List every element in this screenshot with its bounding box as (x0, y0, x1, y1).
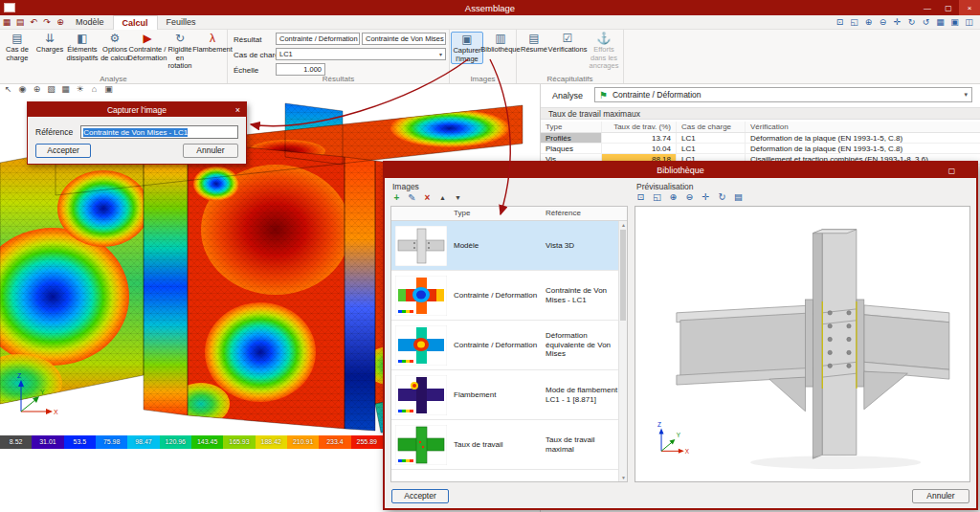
library-row-flambement[interactable]: Flambement Mode de flambement - LC1 - 1 … (391, 370, 627, 420)
capture-dialog-titlebar: Capturer l'image × (28, 102, 246, 117)
search-icon[interactable]: ⊕ (54, 17, 67, 27)
elements-dissipatifs-button[interactable]: ◧ Éléments dissipatifs (66, 32, 99, 62)
maximize-icon[interactable]: ▢ (944, 163, 960, 178)
zoom-out-icon[interactable]: ⊖ (683, 191, 696, 202)
fullscreen-icon[interactable]: ▣ (947, 17, 962, 27)
library-icon: ▥ (495, 32, 505, 46)
render-icon[interactable]: ☀ (74, 84, 86, 96)
close-button[interactable]: × (959, 0, 980, 15)
camera-icon[interactable]: ▣ (102, 84, 115, 96)
zoom-in-icon[interactable]: ⊕ (861, 17, 876, 27)
previous-view-icon[interactable]: ↺ (919, 17, 933, 27)
pan-icon[interactable]: ✛ (890, 17, 904, 27)
zoom-out-icon[interactable]: ⊖ (876, 17, 890, 27)
scroll-down-icon[interactable]: ▼ (619, 475, 628, 480)
tab-calcul[interactable]: Calcul (113, 15, 158, 30)
reference-label: Référence (35, 127, 73, 137)
zoom-extents-icon[interactable]: ⊡ (833, 17, 847, 27)
analysis-type-select[interactable]: ⚑ Contrainte / Déformation ▾ (594, 87, 972, 102)
ribbon-group-images: ▣ Capturer l'image ▥ Bibliothèque Images (450, 30, 517, 83)
group-label-images: Images (450, 75, 516, 83)
tab-feuilles[interactable]: Feuilles (158, 15, 205, 30)
zoom-window-icon[interactable]: ◱ (847, 17, 861, 27)
scroll-up-icon[interactable]: ▲ (619, 222, 628, 228)
close-icon[interactable] (960, 163, 976, 178)
svg-text:X: X (685, 448, 690, 455)
load-case-select[interactable]: LC1 ▾ (276, 48, 446, 60)
orbit-icon[interactable]: ↻ (716, 191, 728, 202)
verifications-button[interactable]: ☑ Vérifications (551, 32, 584, 55)
delete-image-icon[interactable]: × (421, 191, 434, 204)
print-icon[interactable]: ▤ (732, 191, 745, 202)
von-mises-thumb (391, 276, 451, 316)
save-icon[interactable]: ▤ (13, 17, 27, 27)
ribbon-group-recapitulatifs: ▤ Résumé ☑ Vérifications ⚓ Efforts dans … (517, 30, 624, 83)
zoom-in-icon[interactable]: ⊕ (667, 191, 679, 202)
maximize-button[interactable]: ▢ (938, 0, 959, 15)
flambement-button[interactable]: λ Flambement (196, 32, 229, 55)
visibility-eye-icon[interactable]: ◉ (16, 84, 29, 96)
table-row-plaques[interactable]: Plaques 10.04 LC1 Déformation de la plaq… (541, 144, 980, 154)
library-image-list: Type Référence Modèle Vista 3D (390, 206, 628, 482)
grid-icon[interactable]: ▦ (59, 84, 72, 96)
section-title: Taux de travail maximaux (541, 107, 980, 120)
library-list-scrollbar[interactable]: ▲ ▼ (618, 221, 627, 481)
title-bar: Assemblage — ▢ × (0, 0, 980, 15)
stress-color-scale: 8.52 31.01 53.5 75.98 98.47 120.96 143.4… (0, 435, 383, 449)
move-down-icon[interactable]: ▼ (452, 191, 464, 204)
ribbon: ▤ Cas de charge ⇊ Charges ◧ Éléments dis… (0, 30, 980, 84)
table-row-profiles[interactable]: Profilés 13.74 LC1 Déformation de la pla… (541, 133, 980, 144)
add-image-icon[interactable]: + (390, 191, 403, 204)
redo-icon[interactable]: ↷ (40, 17, 54, 27)
library-accept-button[interactable]: Accepter (391, 489, 449, 503)
preview-3d-viewport[interactable]: Z X Y (635, 206, 970, 482)
zoom-window-icon[interactable]: ◱ (651, 191, 663, 202)
run-analysis-icon: ▶ (143, 32, 151, 46)
charges-button[interactable]: ⇊ Charges (33, 32, 66, 55)
orbit-icon[interactable]: ↻ (904, 17, 919, 27)
capturer-image-button[interactable]: ▣ Capturer l'image (451, 32, 483, 64)
library-row-taux[interactable]: Taux de travail Taux de travail maximal (391, 420, 627, 470)
library-row-deformation[interactable]: Contrainte / Déformation Déformation équ… (391, 321, 627, 370)
result-value-select[interactable]: Contrainte de Von Mises ▾ (362, 33, 446, 45)
select-cursor-icon[interactable]: ↖ (2, 84, 14, 96)
wireframe-icon[interactable]: ▧ (45, 84, 57, 96)
views-icon[interactable]: ▦ (933, 17, 947, 27)
tab-modele[interactable]: Modèle (67, 15, 113, 30)
options-de-calcul-button[interactable]: ⚙ Options de calcul (99, 32, 131, 62)
anchor-icon: ⚓ (597, 32, 612, 46)
contrainte-deformation-button[interactable]: ▶ Contrainte / Déformation (131, 32, 164, 62)
resume-button[interactable]: ▤ Résumé (518, 32, 550, 55)
library-cancel-button[interactable]: Annuler (912, 489, 969, 503)
scrollbar-thumb[interactable] (620, 230, 626, 321)
cas-de-charge-button[interactable]: ▤ Cas de charge (1, 32, 33, 62)
zoom-icon[interactable]: ⊕ (31, 84, 43, 96)
group-label-analyse: Analyse (0, 75, 227, 83)
pan-icon[interactable]: ✛ (700, 191, 712, 202)
close-icon[interactable]: × (230, 102, 246, 117)
library-row-von-mises[interactable]: Contrainte / Déformation Contrainte de V… (391, 271, 627, 321)
reference-input[interactable]: Contrainte de Von Mises - LC1 (80, 125, 238, 139)
library-dialog: Bibliothèque ▢ Images + ✎ × ▲ ▼ Type Réf… (383, 161, 978, 510)
buckling-thumb (391, 375, 451, 415)
edit-image-icon[interactable]: ✎ (406, 191, 418, 204)
minimize-button[interactable]: — (917, 0, 938, 15)
capture-image-icon: ▣ (461, 33, 472, 47)
chevron-down-icon: ▾ (437, 51, 442, 57)
rigidite-rotation-button[interactable]: ↻ Rigidité en rotation (164, 32, 196, 71)
app-menu-icon[interactable]: ▦ (0, 17, 13, 27)
chevron-down-icon: ▾ (964, 91, 968, 99)
library-row-modele[interactable]: Modèle Vista 3D (391, 221, 627, 271)
zoom-extents-icon[interactable]: ⊡ (635, 191, 647, 202)
result-type-select[interactable]: Contrainte / Déformation ▾ (276, 33, 360, 45)
accept-button[interactable]: Accepter (35, 144, 91, 158)
cancel-button[interactable]: Annuler (183, 144, 238, 158)
undo-icon[interactable]: ↶ (27, 17, 40, 27)
bibliotheque-button[interactable]: ▥ Bibliothèque (484, 32, 517, 55)
green-flag-icon: ⚑ (599, 90, 608, 100)
feedback-icon[interactable]: ◫ (962, 17, 976, 27)
move-up-icon[interactable]: ▲ (436, 191, 449, 204)
resultat-label: Résultat (234, 35, 261, 44)
preview-pane-label: Prévisualisation (636, 182, 694, 191)
home-view-icon[interactable]: ⌂ (88, 84, 100, 96)
